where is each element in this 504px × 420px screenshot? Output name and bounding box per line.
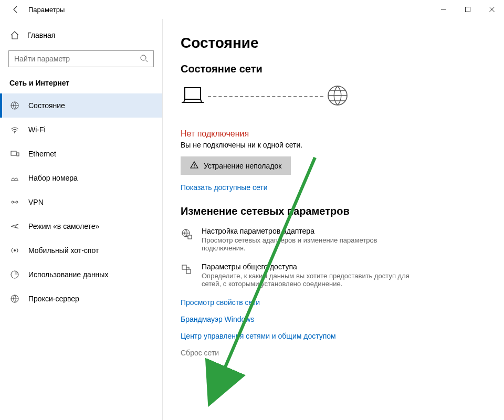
sidebar: Главная Сеть и Интернет Состояние Wi-Fi xyxy=(0,19,163,420)
svg-rect-1 xyxy=(466,7,470,12)
sidebar-item-hotspot[interactable]: Мобильный хот-спот xyxy=(0,238,162,262)
minimize-button[interactable] xyxy=(432,1,456,18)
sidebar-item-data-usage[interactable]: Использование данных xyxy=(0,262,162,287)
connection-line xyxy=(208,96,323,97)
svg-rect-9 xyxy=(17,153,19,156)
laptop-icon xyxy=(181,86,205,107)
svg-rect-17 xyxy=(185,88,201,99)
firewall-link[interactable]: Брандмауэр Windows xyxy=(181,315,494,323)
maximize-button[interactable] xyxy=(456,1,480,18)
search-box[interactable] xyxy=(8,50,154,67)
sidebar-item-dialup[interactable]: Набор номера xyxy=(0,166,162,190)
close-button[interactable] xyxy=(480,1,504,18)
adapter-desc: Просмотр сетевых адаптеров и изменение п… xyxy=(202,236,422,252)
svg-line-5 xyxy=(145,60,148,62)
svg-point-20 xyxy=(194,166,195,167)
wifi-icon xyxy=(9,125,20,134)
svg-rect-24 xyxy=(186,269,191,274)
sidebar-item-airplane[interactable]: Режим «в самолете» xyxy=(0,214,162,238)
adapter-settings[interactable]: Настройка параметров адаптера Просмотр с… xyxy=(181,227,494,252)
connection-error-message: Вы не подключены ни к одной сети. xyxy=(181,141,494,149)
view-network-props-link[interactable]: Просмотр свойств сети xyxy=(181,298,494,307)
svg-point-7 xyxy=(14,132,15,133)
search-icon xyxy=(140,54,148,64)
hotspot-icon xyxy=(9,246,20,255)
sidebar-item-ethernet[interactable]: Ethernet xyxy=(0,142,162,166)
sidebar-item-label: Состояние xyxy=(28,101,65,110)
titlebar: Параметры xyxy=(0,0,504,19)
globe-icon xyxy=(327,85,349,108)
show-networks-link[interactable]: Показать доступные сети xyxy=(181,183,494,192)
network-status-heading: Состояние сети xyxy=(181,63,494,75)
main-content: Состояние Состояние сети Нет подключения… xyxy=(163,19,504,420)
home-icon xyxy=(9,30,20,40)
sidebar-item-label: VPN xyxy=(28,198,44,206)
window-title: Параметры xyxy=(28,6,65,14)
status-icon xyxy=(9,101,20,110)
search-input[interactable] xyxy=(14,55,140,63)
sharing-icon xyxy=(181,262,193,288)
page-title: Состояние xyxy=(181,35,494,51)
sidebar-item-vpn[interactable]: VPN xyxy=(0,190,162,214)
troubleshoot-label: Устранение неполадок xyxy=(204,162,281,170)
svg-rect-8 xyxy=(11,151,16,155)
svg-point-11 xyxy=(12,201,14,203)
sidebar-item-label: Использование данных xyxy=(28,270,108,279)
svg-rect-23 xyxy=(182,265,186,269)
sidebar-item-label: Набор номера xyxy=(28,174,78,182)
svg-point-12 xyxy=(16,201,18,203)
svg-rect-22 xyxy=(188,235,192,239)
ethernet-icon xyxy=(9,149,20,159)
network-diagram xyxy=(181,85,494,108)
sidebar-item-label: Wi-Fi xyxy=(28,125,46,134)
adapter-title: Настройка параметров адаптера xyxy=(202,227,422,235)
sidebar-home[interactable]: Главная xyxy=(0,26,162,44)
adapter-icon xyxy=(181,227,193,252)
svg-point-4 xyxy=(141,55,146,60)
troubleshoot-button[interactable]: Устранение неполадок xyxy=(181,156,291,175)
connection-error-title: Нет подключения xyxy=(181,129,494,139)
warning-icon xyxy=(190,161,198,171)
sidebar-item-proxy[interactable]: Прокси-сервер xyxy=(0,287,162,311)
proxy-icon xyxy=(9,294,20,303)
sidebar-item-label: Мобильный хот-спот xyxy=(28,246,99,255)
back-button[interactable] xyxy=(6,0,25,19)
data-usage-icon xyxy=(9,270,20,279)
sharing-settings[interactable]: Параметры общего доступа Определите, к к… xyxy=(181,262,494,288)
sidebar-item-status[interactable]: Состояние xyxy=(0,93,162,118)
vpn-icon xyxy=(9,197,20,207)
sidebar-home-label: Главная xyxy=(27,31,55,39)
sidebar-item-label: Ethernet xyxy=(28,150,56,158)
change-settings-heading: Изменение сетевых параметров xyxy=(181,205,494,217)
window-controls xyxy=(432,1,504,18)
sidebar-section-title: Сеть и Интернет xyxy=(0,79,162,93)
sharing-desc: Определите, к каким данным вы хотите пре… xyxy=(202,272,422,288)
sharing-title: Параметры общего доступа xyxy=(202,262,422,271)
svg-point-14 xyxy=(14,249,16,251)
sidebar-item-label: Прокси-сервер xyxy=(28,295,79,303)
network-reset-link[interactable]: Сброс сети xyxy=(181,349,494,357)
dialup-icon xyxy=(9,173,20,183)
sharing-center-link[interactable]: Центр управления сетями и общим доступом xyxy=(181,332,494,340)
sidebar-item-wifi[interactable]: Wi-Fi xyxy=(0,118,162,142)
sidebar-item-label: Режим «в самолете» xyxy=(28,222,99,230)
airplane-icon xyxy=(9,222,20,231)
